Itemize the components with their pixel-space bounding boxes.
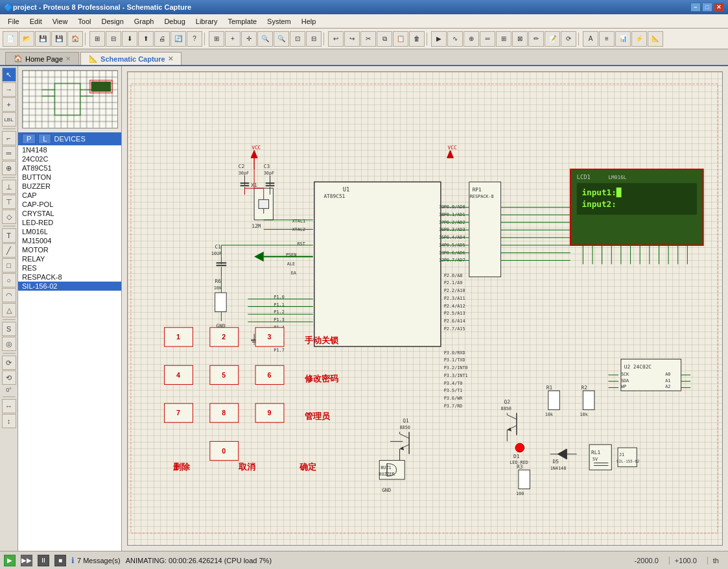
menu-template[interactable]: Template [222,16,262,27]
device-buzzer[interactable]: BUZZER [18,182,121,191]
tb-redo[interactable]: ↪ [344,31,360,47]
tb-run[interactable]: ▶ [431,31,447,47]
tb-bus[interactable]: ═ [480,31,495,47]
device-list[interactable]: 1N4148 24C02C AT89C51 BUTTON BUZZER CAP … [18,145,121,551]
tool-power[interactable]: ⊥ [2,180,16,194]
tool-poly[interactable]: △ [2,303,16,317]
tb-zoom-fit[interactable]: ⊡ [290,31,305,47]
tab-home[interactable]: 🏠 Home Page ✕ [5,52,79,65]
tb-zoom-out[interactable]: 🔍 [274,31,289,47]
device-cap-pol[interactable]: CAP-POL [18,200,121,209]
menu-file[interactable]: File [3,16,25,27]
device-24c02c[interactable]: 24C02C [18,154,121,163]
tb-copy[interactable]: ⧉ [377,31,392,47]
tb-print[interactable]: 🖨 [154,31,170,47]
tool-arc[interactable]: ◠ [2,288,16,302]
tb-wire[interactable]: ∿ [447,31,463,47]
tb-delete[interactable]: 🗑 [409,31,425,47]
menu-design[interactable]: Design [97,16,129,27]
device-button[interactable]: BUTTON [18,173,121,182]
tb-help2[interactable]: ? [187,31,202,47]
tb-move[interactable]: ✛ [241,31,257,47]
tb-save[interactable]: 💾 [35,31,51,47]
tb-pcb[interactable]: 📐 [648,31,663,47]
device-crystal[interactable]: CRYSTAL [18,209,121,218]
canvas-area[interactable]: U1 AT89C51 XTAL1 XTAL2 RST PSEN ALE EA P… [122,66,728,551]
device-led-red[interactable]: LED-RED [18,218,121,227]
tb-rotate[interactable]: ⟳ [561,31,576,47]
tb-sim[interactable]: ⚡ [631,31,647,47]
menu-graph[interactable]: Graph [129,16,159,27]
tool-text[interactable]: T [2,228,16,243]
tb-grid[interactable]: ⊞ [89,31,105,47]
tool-bus[interactable]: ═ [2,146,16,160]
menu-debug[interactable]: Debug [159,16,190,27]
tool-ground[interactable]: ⊤ [2,195,16,209]
tb-save-all[interactable]: 💾 [51,31,67,47]
device-respack8[interactable]: RESPACK-8 [18,272,121,282]
tb-grid2[interactable]: ⊟ [106,31,121,47]
step-button[interactable]: ▶▶ [21,555,32,566]
tb-net[interactable]: ⊞ [496,31,511,47]
tool-port[interactable]: ◇ [2,210,16,224]
tb-power[interactable]: ⊠ [512,31,528,47]
tab-schematic-close[interactable]: ✕ [168,55,173,62]
tb-annotate[interactable]: A [583,31,598,47]
tb-cut[interactable]: ✂ [360,31,376,47]
tool-junction[interactable]: + [2,97,16,112]
minimize-button[interactable]: − [690,3,701,12]
tool-subbranch[interactable]: ⊕ [2,161,16,175]
menu-help[interactable]: Help [296,16,322,27]
tb-props[interactable]: 📝 [545,31,560,47]
menu-edit[interactable]: Edit [25,16,47,27]
tb-refresh[interactable]: 🔄 [170,31,186,47]
tb-edit2[interactable]: ✏ [528,31,544,47]
tb-select-all[interactable]: ⊞ [209,31,224,47]
tb-add[interactable]: + [225,31,241,47]
device-at89c51[interactable]: AT89C51 [18,163,121,173]
menu-library[interactable]: Library [191,16,223,27]
tool-s-marker[interactable]: S [2,322,16,336]
tb-undo[interactable]: ↩ [328,31,344,47]
tool-label[interactable]: LBL [2,112,16,127]
tab-schematic[interactable]: 📐 Schematic Capture ✕ [80,52,182,65]
tool-probe[interactable]: ◎ [2,337,16,351]
schematic-canvas[interactable]: U1 AT89C51 XTAL1 XTAL2 RST PSEN ALE EA P… [127,71,723,546]
tb-zoom-sel[interactable]: ⊟ [306,31,322,47]
tool-rotate-cw[interactable]: ⟳ [2,356,16,370]
device-1n4148[interactable]: 1N4148 [18,145,121,154]
menu-tool[interactable]: Tool [73,16,96,27]
tool-rect[interactable]: □ [2,258,16,272]
device-l-button[interactable]: L [38,134,51,144]
tb-export[interactable]: ⬆ [138,31,154,47]
menu-system[interactable]: System [262,16,296,27]
pause-button[interactable]: ⏸ [38,555,49,566]
tb-open[interactable]: 📂 [19,31,34,47]
close-button[interactable]: ✕ [714,3,724,12]
device-relay[interactable]: RELAY [18,254,121,263]
tb-zoom-in[interactable]: 🔍 [257,31,273,47]
tool-mirror-h[interactable]: ↔ [2,399,16,413]
tool-circle[interactable]: ○ [2,273,16,287]
tool-mirror-v[interactable]: ↕ [2,414,16,428]
tb-import[interactable]: ⬇ [122,31,137,47]
tool-component[interactable]: → [2,82,16,97]
menu-view[interactable]: View [47,16,73,27]
tool-rotate-ccw[interactable]: ⟲ [2,370,16,385]
device-p-button[interactable]: P [22,134,36,144]
tool-select[interactable]: ↖ [2,67,16,82]
tb-component[interactable]: ⊕ [464,31,479,47]
device-cap[interactable]: CAP [18,191,121,200]
tb-home[interactable]: 🏠 [67,31,83,47]
device-res[interactable]: RES [18,263,121,272]
device-sil-156-02[interactable]: SIL-156-02 [18,282,121,291]
tb-netlist[interactable]: ≡ [599,31,615,47]
maximize-button[interactable]: □ [702,3,712,12]
device-mj15004[interactable]: MJ15004 [18,236,121,245]
tool-line[interactable]: ╱ [2,243,16,258]
device-lm016l[interactable]: LM016L [18,227,121,236]
tb-paste[interactable]: 📋 [393,31,408,47]
tb-new[interactable]: 📄 [3,31,18,47]
tb-bom[interactable]: 📊 [615,31,631,47]
play-button[interactable]: ▶ [4,555,16,566]
